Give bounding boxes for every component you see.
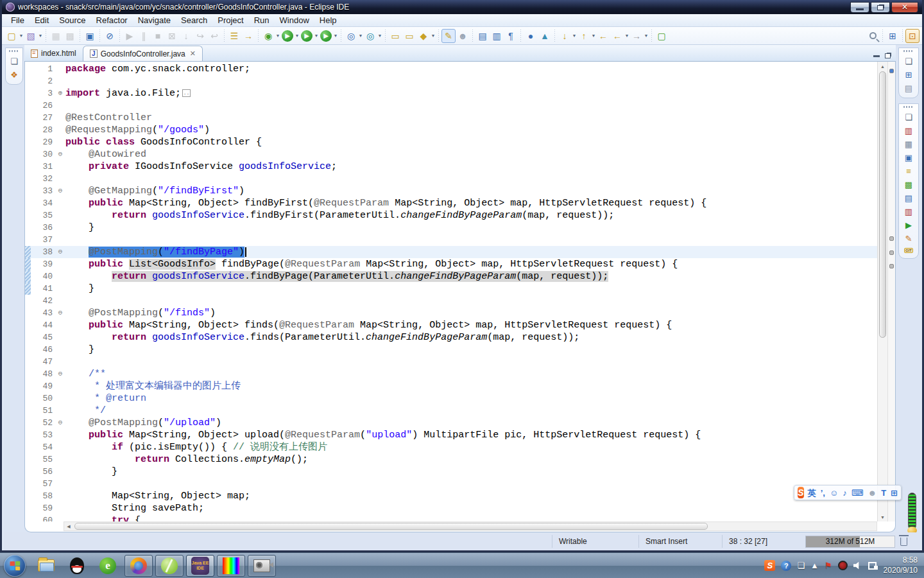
code-line-39[interactable]: 39 public List<GoodsInfo> findByPage(@Re… [25, 258, 877, 270]
debug-icon[interactable]: ◉ [261, 29, 275, 43]
ruler-annotation-mark[interactable] [889, 250, 894, 255]
ime-toolbox-icon[interactable]: ⊞ [891, 489, 898, 497]
code-line-33[interactable]: 33⊖ @GetMapping("/findByFirst") [25, 185, 877, 197]
code-line-54[interactable]: 54 if (pic.isEmpty()) { // 说明没有上传图片 [25, 441, 877, 453]
code-line-59[interactable]: 59 String savePath; [25, 502, 877, 514]
code-line-51[interactable]: 51 */ [25, 405, 877, 417]
ruler-annotation-mark[interactable] [889, 264, 894, 268]
menu-source[interactable]: Source [54, 14, 90, 26]
taskbar-rainbow-button[interactable] [217, 555, 245, 577]
horizontal-scroll-thumb[interactable] [74, 523, 708, 530]
code-line-32[interactable]: 32 [25, 173, 877, 185]
markers-icon[interactable]: ▥ [905, 127, 912, 135]
code-line-1[interactable]: 1package com.yc.snack.controller; [25, 63, 877, 75]
prev-annotation-icon[interactable]: ↑ [577, 29, 591, 43]
debug-dropdown-icon[interactable]: ▼ [275, 29, 280, 43]
fold-marker-icon[interactable]: ⊖ [55, 185, 65, 197]
forward-history-icon[interactable]: → [629, 29, 644, 43]
code-line-36[interactable]: 36 } [25, 222, 877, 234]
folded-region-icon[interactable]: .. [182, 89, 191, 97]
new-wizard-icon[interactable]: ▢ [4, 29, 19, 43]
run-gc-trash-icon[interactable] [900, 538, 907, 546]
run-jsp-icon[interactable]: ▲ [538, 29, 552, 43]
snippets-icon[interactable]: ▤ [905, 194, 912, 202]
volume-icon[interactable] [853, 561, 862, 570]
overview-ruler[interactable] [887, 62, 895, 521]
tray-window-icon[interactable]: ❏ [797, 561, 805, 570]
code-line-3[interactable]: 3⊕import java.io.File;.. [25, 87, 877, 100]
restore-view-icon[interactable]: ❏ [905, 113, 912, 121]
restore-button[interactable] [871, 2, 890, 13]
menu-navigate[interactable]: Navigate [133, 14, 176, 26]
properties-icon[interactable]: ≡ [906, 167, 911, 175]
tray-record-icon[interactable] [838, 561, 848, 570]
brush-icon[interactable]: ✎ [905, 234, 912, 243]
ime-lang-icon[interactable]: 英 [808, 489, 816, 497]
horizontal-scrollbar[interactable]: ◀ [64, 521, 877, 531]
outline-icon[interactable]: ⊞ [905, 71, 912, 79]
close-button[interactable]: ✕ [891, 2, 918, 13]
import-folder-icon[interactable]: ▭ [388, 29, 402, 43]
menu-run[interactable]: Run [249, 14, 275, 26]
ime-skin-icon[interactable]: T [881, 489, 886, 497]
code-line-58[interactable]: 58 Map<String, Object> map; [25, 490, 877, 502]
code-line-29[interactable]: 29public class GoodsInfoController { [25, 136, 877, 148]
fold-marker-icon[interactable]: ⊖ [55, 417, 65, 429]
last-edit-dropdown-icon[interactable]: ▼ [624, 29, 629, 43]
start-button[interactable] [4, 555, 26, 577]
web-service-icon[interactable]: ◎ [363, 29, 377, 43]
show-whitespace-icon[interactable]: ¶ [504, 29, 518, 43]
menu-file[interactable]: File [6, 14, 30, 26]
code-line-30[interactable]: 30⊖ @Autowired [25, 148, 877, 161]
ime-person-icon[interactable]: ☻ [868, 489, 877, 497]
problems-icon[interactable]: ▥ [905, 207, 912, 216]
code-line-56[interactable]: 56 } [25, 466, 877, 478]
pin-icon[interactable]: ◆ [416, 29, 431, 43]
forward-history-dropdown-icon[interactable]: ▼ [644, 29, 649, 43]
code-line-38[interactable]: 38⊖ @PostMapping("/findByPage") [25, 246, 877, 258]
next-annotation-dropdown-icon[interactable]: ▼ [572, 29, 577, 43]
javaee-perspective-button[interactable]: ⊡ [905, 29, 920, 43]
show-source-icon[interactable]: ▥ [490, 29, 504, 43]
fold-marker-icon[interactable]: ⊖ [55, 148, 65, 161]
back-history-icon[interactable]: ← [596, 29, 610, 43]
skip-breakpoints-icon[interactable]: ⊘ [103, 29, 117, 43]
code-line-35[interactable]: 35 return goodsInfoService.findByFirst(P… [25, 209, 877, 222]
taskbar-eclipse-button[interactable]: Java EEIDE [186, 555, 214, 577]
code-line-28[interactable]: 28@RequestMapping("/goods") [25, 124, 877, 136]
code-line-34[interactable]: 34 public Map<String, Object> findByFirs… [25, 197, 877, 209]
minimize-button[interactable] [850, 2, 869, 13]
menu-window[interactable]: Window [275, 14, 314, 26]
search-icon[interactable] [866, 29, 880, 43]
menu-help[interactable]: Help [314, 14, 342, 26]
taskbar-navicat-button[interactable] [155, 555, 184, 577]
profile-icon[interactable]: ▶ [320, 30, 332, 42]
fold-marker-icon[interactable]: ⊖ [55, 307, 65, 319]
code-line-27[interactable]: 27@RestController [25, 112, 877, 124]
ime-punct-icon[interactable]: ’, [821, 489, 825, 497]
servers-icon[interactable]: ▶ [905, 221, 912, 229]
run-last-tool-icon[interactable]: ☰ [227, 29, 241, 43]
menu-refactor[interactable]: Refactor [91, 14, 133, 26]
vertical-scroll-thumb[interactable] [879, 71, 886, 338]
ruler-annotation-mark[interactable] [889, 69, 894, 73]
code-line-37[interactable]: 37 [25, 234, 877, 246]
code-line-44[interactable]: 44 public Map<String, Object> finds(@Req… [25, 319, 877, 331]
code-line-53[interactable]: 53 public Map<String, Object> upload(@Re… [25, 429, 877, 441]
externalize-icon[interactable]: ☻ [456, 29, 470, 43]
code-line-40[interactable]: 40 return goodsInfoService.findByPage(Pa… [25, 270, 877, 283]
task-list-icon[interactable]: ▤ [905, 84, 912, 92]
git-icon[interactable]: GIT [904, 248, 913, 253]
last-edit-icon[interactable]: ← [610, 29, 624, 43]
tray-show-hidden-icon[interactable]: ▲ [810, 561, 819, 570]
new-web-project-dropdown-icon[interactable]: ▼ [358, 29, 363, 43]
open-browser-icon[interactable]: ● [524, 29, 538, 43]
open-console-icon[interactable]: ▣ [83, 29, 97, 43]
tray-help-icon[interactable]: ? [781, 561, 791, 571]
ruler-annotation-mark[interactable] [889, 236, 894, 241]
pin-dropdown-icon[interactable]: ▼ [431, 29, 436, 43]
menu-project[interactable]: Project [212, 14, 248, 26]
code-line-2[interactable]: 2 [25, 75, 877, 87]
code-line-48[interactable]: 48⊖ /** [25, 368, 877, 380]
menu-edit[interactable]: Edit [30, 14, 54, 26]
